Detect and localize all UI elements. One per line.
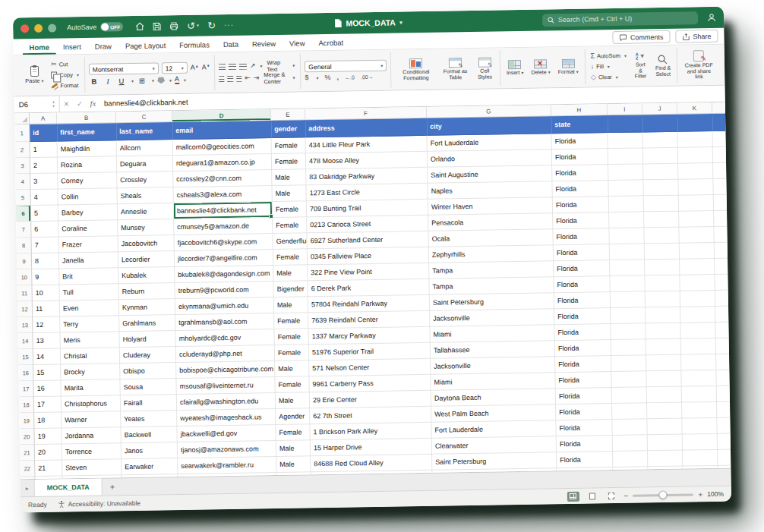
cell-E17[interactable]: Female <box>275 376 309 393</box>
cell-L3[interactable] <box>713 146 731 163</box>
cell-G13[interactable]: Jacksonville <box>430 309 554 327</box>
zoom-slider-thumb[interactable] <box>659 490 668 499</box>
share-button[interactable]: Share <box>675 30 718 43</box>
cell-A16[interactable]: 15 <box>33 364 61 381</box>
zoom-slider[interactable] <box>633 493 693 496</box>
cell-K5[interactable] <box>678 179 713 196</box>
cell-E1[interactable]: gender <box>271 120 305 138</box>
row-header-19[interactable]: 19 <box>19 413 34 429</box>
cell-D20[interactable]: jbackwelli@ed.gov <box>177 425 276 442</box>
select-all-corner[interactable] <box>14 113 30 124</box>
cell-F12[interactable]: 57804 Reindahl Parkway <box>308 295 430 313</box>
ribbon-tab-home[interactable]: Home <box>22 41 56 55</box>
close-window-button[interactable] <box>21 24 29 33</box>
cell-J5[interactable] <box>643 180 678 197</box>
merge-center-button[interactable]: Merge & Center▾ <box>262 73 296 83</box>
cell-C17[interactable]: Sousa <box>120 379 176 395</box>
bold-button[interactable]: B <box>89 77 99 86</box>
cell-A14[interactable]: 13 <box>33 332 60 349</box>
autosave-toggle[interactable]: AutoSave OFF <box>67 22 123 32</box>
format-as-table-button[interactable]: Format as Table <box>440 58 471 80</box>
cell-F22[interactable]: 84688 Red Cloud Alley <box>311 455 432 473</box>
column-header-H[interactable]: H <box>551 104 608 115</box>
cell-K9[interactable] <box>680 243 715 260</box>
cell-H21[interactable]: Florida <box>557 436 613 452</box>
cell-C18[interactable]: Fairall <box>121 395 177 411</box>
cell-G2[interactable]: Fort Lauderdale <box>427 134 551 152</box>
row-header-15[interactable]: 15 <box>18 349 33 365</box>
cell-H2[interactable]: Florida <box>551 133 608 150</box>
cell-C7[interactable]: Munsey <box>118 219 174 236</box>
cell-C5[interactable]: Sheals <box>117 187 173 204</box>
cell-I13[interactable] <box>611 307 646 324</box>
cell-I18[interactable] <box>612 387 647 404</box>
cell-C10[interactable]: Kubalek <box>118 267 175 284</box>
cell-K1[interactable] <box>677 114 712 132</box>
cell-I22[interactable] <box>613 451 648 467</box>
row-header-6[interactable]: 6 <box>16 206 31 222</box>
align-bottom-icon[interactable] <box>239 63 247 69</box>
cell-A5[interactable]: 4 <box>31 189 58 206</box>
cell-K13[interactable] <box>680 307 715 323</box>
cell-C22[interactable]: Earwaker <box>122 458 178 475</box>
cell-H22[interactable]: Florida <box>557 452 613 468</box>
cell-E18[interactable]: Male <box>276 392 310 409</box>
cell-J15[interactable] <box>646 339 681 356</box>
cell-A4[interactable]: 3 <box>30 173 58 190</box>
cell-D5[interactable]: csheals3@alexa.com <box>173 186 272 203</box>
column-header-K[interactable]: K <box>677 102 712 114</box>
cell-B14[interactable]: Meris <box>60 332 119 348</box>
cell-I3[interactable] <box>608 148 643 165</box>
cell-G4[interactable]: Saint Augustine <box>428 165 552 184</box>
cell-H11[interactable]: Florida <box>554 276 610 293</box>
cell-H6[interactable]: Florida <box>553 197 609 213</box>
cell-C4[interactable]: Crossley <box>117 172 173 188</box>
ribbon-tab-formulas[interactable]: Formulas <box>172 38 216 52</box>
cell-B6[interactable]: Barbey <box>58 204 118 221</box>
currency-format-icon[interactable]: $ <box>305 74 308 81</box>
number-format-select[interactable]: General▾ <box>305 60 387 73</box>
cell-B18[interactable]: Christophorus <box>62 395 121 412</box>
cell-L14[interactable] <box>715 322 731 338</box>
paste-button[interactable]: Paste▾ <box>22 65 47 86</box>
row-header-2[interactable]: 2 <box>15 142 30 158</box>
cell-H9[interactable]: Florida <box>554 244 610 261</box>
user-icon[interactable] <box>707 13 716 22</box>
align-left-icon[interactable] <box>219 76 225 82</box>
cell-E19[interactable]: Agender <box>276 408 310 425</box>
cell-I10[interactable] <box>610 260 645 276</box>
cell-C14[interactable]: Holyard <box>119 331 175 348</box>
cell-L16[interactable] <box>716 354 731 370</box>
row-header-3[interactable]: 3 <box>15 158 30 174</box>
cell-E3[interactable]: Female <box>272 153 306 170</box>
cell-E10[interactable]: Male <box>273 265 308 282</box>
cell-D1[interactable]: email <box>172 121 271 140</box>
underline-button[interactable]: U <box>116 77 127 85</box>
cell-G20[interactable]: Fort Lauderdale <box>431 420 556 439</box>
font-size-select[interactable]: 12▾ <box>162 62 188 74</box>
cell-K3[interactable] <box>678 147 713 164</box>
cell-A6[interactable]: 5 <box>31 205 58 222</box>
cell-F1[interactable]: address <box>305 118 427 138</box>
column-header-G[interactable]: G <box>427 105 551 118</box>
cell-D8[interactable]: fjacobovitch6@skype.com <box>174 234 273 251</box>
cell-A12[interactable]: 11 <box>33 301 60 317</box>
row-header-22[interactable]: 22 <box>20 461 35 477</box>
column-header-F[interactable]: F <box>305 107 427 120</box>
add-sheet-button[interactable]: + <box>103 478 122 495</box>
cell-K11[interactable] <box>680 275 715 291</box>
cell-A13[interactable]: 12 <box>33 316 60 333</box>
row-header-17[interactable]: 17 <box>18 381 33 397</box>
decrease-font-size-button[interactable]: A▼ <box>202 64 210 71</box>
cell-B3[interactable]: Rozina <box>58 156 117 173</box>
cell-E7[interactable]: Female <box>273 217 307 234</box>
accessibility-status[interactable]: Accessibility: Unavailable <box>58 499 141 508</box>
comma-format-icon[interactable]: , <box>337 74 339 81</box>
cell-K20[interactable] <box>682 418 717 435</box>
cell-K7[interactable] <box>679 211 714 228</box>
cell-H4[interactable]: Florida <box>552 165 608 181</box>
decrease-decimal-icon[interactable]: .00→ <box>361 74 374 80</box>
cell-A22[interactable]: 21 <box>35 460 62 477</box>
find-select-button[interactable]: Find & Select <box>652 55 673 77</box>
cell-E6[interactable]: Female <box>273 201 307 218</box>
